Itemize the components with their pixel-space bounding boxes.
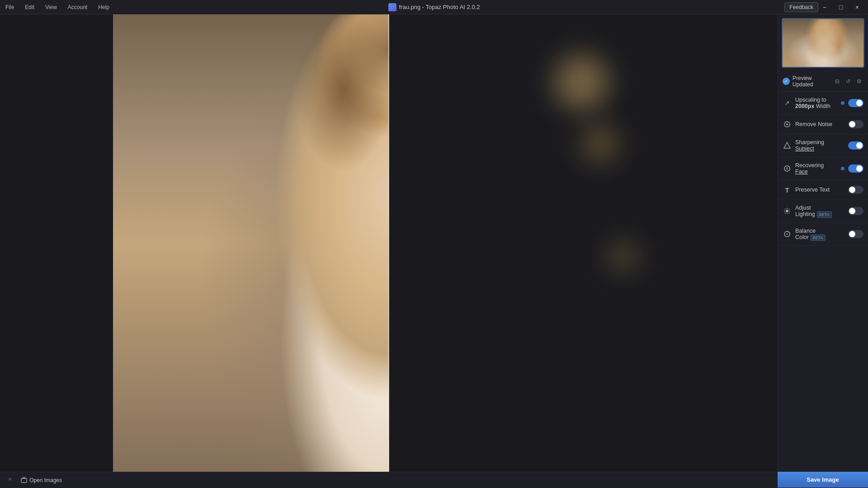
recovering-face-label: Recovering Face bbox=[795, 162, 837, 175]
recovering-face-icon bbox=[783, 164, 792, 173]
feature-remove-noise[interactable]: Remove Noise bbox=[778, 115, 868, 134]
window-controls: − □ × bbox=[817, 2, 864, 13]
open-images-icon bbox=[21, 477, 27, 483]
maximize-button[interactable]: □ bbox=[834, 2, 848, 13]
preview-icon-settings[interactable]: ⚙ bbox=[854, 77, 863, 86]
menu-help[interactable]: Help bbox=[96, 3, 111, 11]
svg-point-3 bbox=[784, 166, 790, 171]
bottom-bar: ^ Open Images ⊞ ⊟ ⊠ 100% ▲ Save Image bbox=[0, 472, 868, 488]
image-left-half bbox=[113, 14, 389, 472]
upscaling-icon: ↗ bbox=[783, 99, 792, 108]
right-sidebar: Preview Updated ⊟ ↺ ⚙ ↗ Upscaling to 200… bbox=[778, 14, 868, 472]
open-images-label: Open Images bbox=[29, 477, 62, 483]
balance-color-label: Balance ColorBETA bbox=[795, 228, 844, 240]
svg-point-15 bbox=[787, 234, 788, 235]
preserve-text-toggle-knob bbox=[849, 187, 855, 193]
canvas-area bbox=[0, 14, 778, 472]
upscaling-label: Upscaling to 2000px Width bbox=[795, 97, 837, 109]
preview-icon-refresh[interactable]: ↺ bbox=[844, 77, 853, 86]
adjust-lighting-icon bbox=[783, 206, 792, 216]
sharpening-toggle[interactable] bbox=[848, 141, 863, 150]
image-right-half bbox=[389, 14, 665, 472]
close-button[interactable]: × bbox=[850, 2, 864, 13]
menu-file[interactable]: File bbox=[4, 3, 16, 11]
upscaling-toggle[interactable] bbox=[848, 99, 863, 107]
balance-color-toggle-knob bbox=[849, 231, 855, 237]
app-logo bbox=[388, 3, 396, 11]
preserve-text-icon: T bbox=[783, 185, 792, 194]
save-image-button[interactable]: Save Image bbox=[778, 472, 868, 488]
preview-updated-label: Preview Updated bbox=[793, 75, 830, 88]
svg-marker-2 bbox=[784, 142, 790, 148]
feature-recovering-face[interactable]: Recovering Face bbox=[778, 157, 868, 180]
feature-adjust-lighting[interactable]: Adjust LightingBETA bbox=[778, 200, 868, 223]
feedback-button[interactable]: Feedback bbox=[784, 2, 818, 12]
sharpening-label: Sharpening Subject bbox=[795, 139, 844, 152]
remove-noise-icon bbox=[783, 120, 792, 129]
preserve-text-toggle[interactable] bbox=[848, 186, 863, 194]
minimize-button[interactable]: − bbox=[817, 2, 832, 13]
svg-rect-16 bbox=[21, 479, 27, 483]
svg-line-13 bbox=[785, 213, 785, 213]
remove-noise-label: Remove Noise bbox=[795, 121, 844, 127]
sharpening-icon bbox=[783, 141, 792, 150]
recovering-face-toggle[interactable] bbox=[848, 164, 863, 173]
adjust-lighting-toggle[interactable] bbox=[848, 207, 863, 215]
svg-point-1 bbox=[786, 123, 788, 125]
feature-preserve-text[interactable]: T Preserve Text bbox=[778, 180, 868, 200]
image-thumbnail bbox=[782, 18, 864, 68]
feature-upscaling[interactable]: ↗ Upscaling to 2000px Width bbox=[778, 92, 868, 115]
preview-status-dot bbox=[783, 78, 790, 85]
split-divider bbox=[388, 14, 389, 472]
recovering-face-toggle-knob bbox=[856, 165, 863, 172]
recovering-dot bbox=[841, 167, 844, 170]
balance-color-icon bbox=[783, 230, 792, 239]
feature-balance-color[interactable]: Balance ColorBETA bbox=[778, 223, 868, 246]
svg-line-11 bbox=[789, 213, 789, 213]
open-images-button[interactable]: Open Images bbox=[18, 476, 65, 485]
remove-noise-toggle-knob bbox=[849, 121, 855, 127]
hair-overlay-left bbox=[276, 14, 389, 279]
preview-icons: ⊟ ↺ ⚙ bbox=[833, 77, 863, 86]
thumbnail-person bbox=[805, 19, 841, 67]
remove-noise-toggle[interactable] bbox=[848, 120, 863, 128]
upscaling-toggle-knob bbox=[856, 100, 863, 106]
preserve-text-label: Preserve Text bbox=[795, 187, 844, 193]
menu-bar: File Edit View Account Help bbox=[4, 3, 111, 11]
feature-sharpening[interactable]: Sharpening Subject bbox=[778, 134, 868, 157]
title-bar: File Edit View Account Help frau.png - T… bbox=[0, 0, 868, 14]
balance-color-toggle[interactable] bbox=[848, 230, 863, 238]
menu-account[interactable]: Account bbox=[66, 3, 89, 11]
svg-line-12 bbox=[789, 209, 789, 209]
split-image bbox=[113, 14, 665, 472]
photo-background-left bbox=[113, 14, 389, 472]
svg-point-5 bbox=[786, 210, 788, 212]
adjust-lighting-toggle-knob bbox=[849, 208, 855, 214]
menu-edit[interactable]: Edit bbox=[23, 3, 36, 11]
sharpening-toggle-knob bbox=[856, 142, 863, 149]
svg-point-4 bbox=[786, 168, 788, 169]
svg-line-10 bbox=[785, 209, 785, 209]
save-button-container: Save Image bbox=[778, 472, 868, 488]
menu-view[interactable]: View bbox=[43, 3, 59, 11]
upscaling-dot bbox=[841, 101, 844, 105]
main-content: Preview Updated ⊟ ↺ ⚙ ↗ Upscaling to 200… bbox=[0, 14, 868, 472]
preview-updated-row: Preview Updated ⊟ ↺ ⚙ bbox=[778, 71, 868, 92]
adjust-lighting-label: Adjust LightingBETA bbox=[795, 205, 844, 217]
preview-icon-compare[interactable]: ⊟ bbox=[833, 77, 842, 86]
bottom-left: ^ Open Images bbox=[5, 476, 65, 485]
collapse-button[interactable]: ^ bbox=[5, 476, 14, 485]
app-title: frau.png - Topaz Photo AI 2.0.2 bbox=[388, 3, 480, 11]
